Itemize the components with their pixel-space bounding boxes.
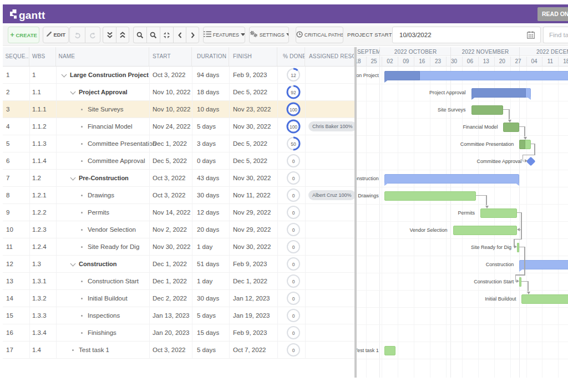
svg-text:0: 0 <box>292 159 295 164</box>
svg-text:0: 0 <box>292 210 295 216</box>
svg-text:0: 0 <box>292 313 295 319</box>
svg-text:0: 0 <box>292 193 295 198</box>
svg-text:0: 0 <box>292 296 295 302</box>
svg-text:50: 50 <box>291 141 296 147</box>
svg-text:0: 0 <box>292 245 295 250</box>
svg-text:0: 0 <box>292 348 295 353</box>
svg-text:0: 0 <box>292 176 295 181</box>
svg-text:12: 12 <box>291 73 296 78</box>
svg-text:92: 92 <box>291 90 296 95</box>
svg-text:0: 0 <box>292 227 295 233</box>
svg-text:0: 0 <box>292 262 295 267</box>
svg-text:0: 0 <box>292 279 295 284</box>
svg-text:100: 100 <box>290 107 297 113</box>
svg-text:100: 100 <box>290 124 297 130</box>
svg-text:0: 0 <box>292 330 295 336</box>
